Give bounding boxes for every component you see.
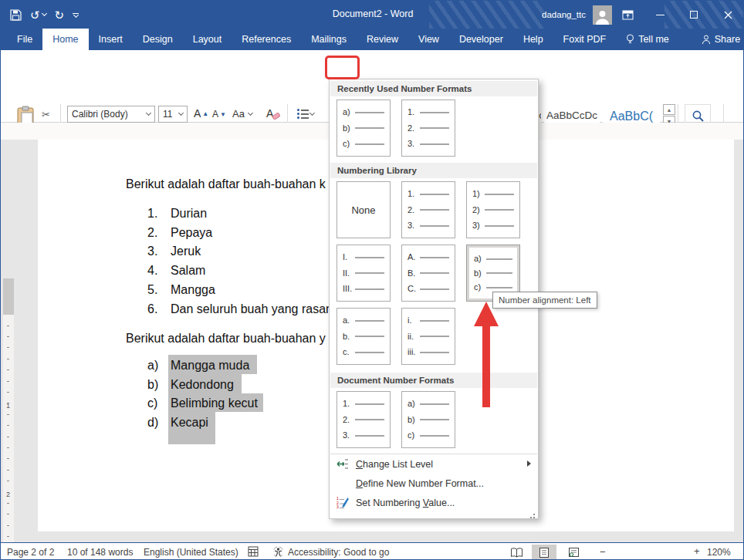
close-button[interactable]: [711, 1, 744, 29]
font-size-select[interactable]: 11: [158, 106, 188, 123]
list-item-marker: 2.: [147, 224, 157, 241]
accessibility-status[interactable]: Accessibility: Good to go: [288, 547, 389, 558]
number-format-tile-roman-lower[interactable]: i. ii. iii.: [401, 308, 455, 365]
language-indicator[interactable]: English (United States): [144, 547, 238, 558]
paragraph[interactable]: Berikut adalah daftar buah-buahan y: [126, 330, 326, 347]
search-icon: [692, 110, 705, 123]
web-layout-icon[interactable]: [561, 545, 586, 560]
menu-item-set-numbering-value[interactable]: 123 Set Numbering Value...: [330, 493, 538, 512]
zoom-in-button[interactable]: +: [694, 545, 700, 557]
bullets-button[interactable]: [297, 109, 314, 119]
resize-grip[interactable]: [533, 514, 535, 515]
ribbon-display-options-icon[interactable]: [612, 1, 643, 29]
document-formats-header: Document Number Formats: [330, 373, 537, 388]
change-list-level-icon: [336, 457, 349, 471]
list-item[interactable]: Pepaya: [171, 224, 212, 241]
print-layout-icon[interactable]: [532, 545, 556, 560]
avatar[interactable]: [593, 5, 612, 25]
paragraph[interactable]: Berikut adalah daftar buah-buahan k: [126, 176, 326, 193]
account-name[interactable]: dadang_ttc: [542, 10, 586, 19]
menu-item-change-list-level[interactable]: Change List Level: [330, 454, 538, 474]
minimize-button[interactable]: [643, 1, 677, 29]
list-item-marker: 4.: [147, 262, 157, 279]
annotation-highlight-box: [325, 56, 360, 79]
clear-formatting-icon[interactable]: A: [266, 107, 280, 120]
list-item-marker: c): [147, 395, 157, 412]
menu-item-define-new-number-format[interactable]: Define New Number Format...: [330, 474, 538, 493]
annotation-arrow: [472, 300, 502, 410]
list-item[interactable]: Belimbing kecut: [171, 395, 258, 412]
tab-mailings[interactable]: Mailings: [301, 29, 357, 50]
tab-insert[interactable]: Insert: [89, 29, 133, 50]
redo-icon[interactable]: ↻: [55, 9, 65, 21]
undo-icon[interactable]: ↺: [30, 9, 46, 21]
tab-references[interactable]: References: [232, 29, 301, 50]
tab-share[interactable]: Share: [692, 29, 744, 50]
zoom-out-button[interactable]: −: [600, 546, 606, 558]
page-indicator[interactable]: Page 2 of 2: [7, 547, 54, 558]
list-item-marker: 5.: [147, 282, 157, 299]
tab-foxit-pdf[interactable]: Foxit PDF: [553, 29, 617, 50]
title-bar: ↺ ↻ Document2 - Word dadang_ttc: [1, 1, 744, 29]
number-format-tile-123-paren[interactable]: 1) 2) 3): [466, 181, 520, 238]
number-format-tile-none[interactable]: None: [336, 181, 391, 238]
number-format-tile-123-dot[interactable]: 1. 2. 3.: [401, 100, 455, 157]
number-format-tile-123-dot[interactable]: 1. 2. 3.: [336, 391, 391, 448]
share-person-icon: [702, 35, 711, 45]
tab-home[interactable]: Home: [42, 29, 88, 50]
lightbulb-icon: [626, 34, 634, 45]
grow-font-button[interactable]: A▲: [194, 107, 208, 120]
titlebar-decoration: [429, 1, 545, 29]
tab-review[interactable]: Review: [357, 29, 408, 50]
read-mode-icon[interactable]: [504, 545, 529, 560]
ribbon-tab-row: File Home Insert Design Layout Reference…: [1, 29, 744, 50]
list-item[interactable]: Kedondong: [171, 376, 234, 393]
list-item[interactable]: Salam: [171, 262, 205, 279]
submenu-arrow-icon: [527, 460, 531, 467]
font-name-select[interactable]: Calibri (Body): [67, 106, 155, 123]
quick-access-toolbar: ↺ ↻: [10, 1, 79, 29]
list-item-marker: 1.: [147, 205, 157, 222]
number-format-tile-abc-paren[interactable]: a) b) c): [401, 391, 455, 448]
maximize-button[interactable]: [677, 1, 711, 29]
vertical-ruler[interactable]: 1 2 3 4: [3, 278, 14, 560]
list-item-marker: b): [147, 376, 158, 393]
tab-developer[interactable]: Developer: [449, 29, 513, 50]
list-item[interactable]: Kecapi: [171, 414, 208, 431]
tab-file[interactable]: File: [7, 29, 42, 50]
shrink-font-button[interactable]: A▼: [212, 109, 226, 120]
list-item[interactable]: Dan seluruh buah yang rasan: [171, 301, 333, 318]
number-format-tile-ABC-dot[interactable]: A. B. C.: [401, 245, 455, 302]
number-format-tile-roman-upper[interactable]: I. II. III.: [336, 245, 391, 302]
accessibility-icon[interactable]: [272, 546, 284, 560]
word-window: ↺ ↻ Document2 - Word dadang_ttc File Hom…: [0, 0, 744, 560]
tab-view[interactable]: View: [408, 29, 449, 50]
word-count[interactable]: 10 of 148 words: [67, 547, 133, 558]
number-format-tile-abc-paren[interactable]: a) b) c): [336, 100, 391, 157]
list-item[interactable]: Durian: [171, 205, 207, 222]
tab-design[interactable]: Design: [133, 29, 183, 50]
number-format-tile-123-dot[interactable]: 1. 2. 3.: [401, 181, 455, 238]
numbering-library-header: Numbering Library: [330, 163, 537, 178]
svg-text:3: 3: [336, 504, 339, 509]
tooltip: Number alignment: Left: [492, 292, 597, 309]
customize-qat-icon[interactable]: [73, 13, 79, 17]
list-item-marker: 6.: [147, 301, 157, 318]
zoom-level[interactable]: 120%: [707, 547, 731, 558]
window-title: Document2 - Word: [333, 8, 414, 19]
list-item[interactable]: Jeruk: [171, 243, 201, 260]
tab-help[interactable]: Help: [513, 29, 553, 50]
recent-formats-header: Recently Used Number Formats: [330, 81, 537, 96]
macro-icon[interactable]: [248, 546, 259, 559]
list-item[interactable]: Mangga muda: [171, 357, 249, 374]
status-bar: Page 2 of 2 10 of 148 words English (Uni…: [1, 542, 744, 560]
number-format-tile-abc-dot[interactable]: a. b. c.: [336, 308, 391, 365]
list-item[interactable]: Mangga: [171, 282, 215, 299]
save-icon[interactable]: [10, 9, 22, 21]
tab-tell-me[interactable]: Tell me: [616, 29, 679, 50]
cut-icon[interactable]: ✂: [42, 109, 50, 120]
styles-scroll-up-icon[interactable]: ▲: [663, 104, 675, 115]
change-case-button[interactable]: Aa: [232, 108, 252, 120]
tab-layout[interactable]: Layout: [183, 29, 232, 50]
list-item-marker: 3.: [147, 243, 157, 260]
